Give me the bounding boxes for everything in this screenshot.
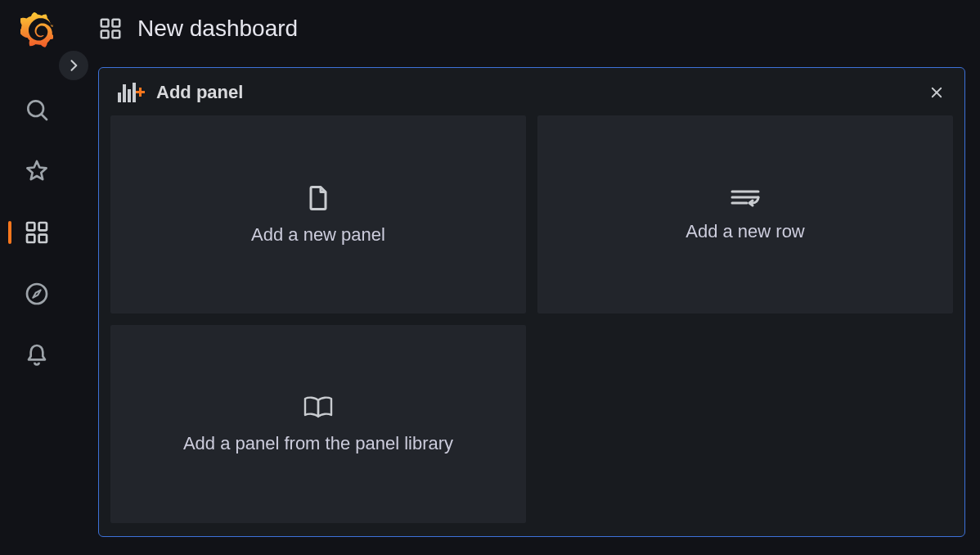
add-new-row-button[interactable]: Add a new row (537, 115, 953, 314)
close-icon (929, 85, 944, 100)
svg-rect-2 (27, 223, 34, 230)
svg-rect-14 (133, 83, 136, 102)
sidebar (0, 0, 74, 555)
file-icon (303, 183, 333, 213)
add-new-panel-label: Add a new panel (251, 224, 385, 246)
sidebar-item-explore[interactable] (0, 263, 74, 324)
close-button[interactable] (927, 83, 946, 102)
sidebar-item-starred[interactable] (0, 140, 74, 201)
wrap-rows-icon (729, 187, 762, 210)
svg-rect-10 (113, 31, 120, 38)
add-new-row-label: Add a new row (686, 221, 805, 242)
sidebar-item-alerts[interactable] (0, 324, 74, 386)
svg-rect-12 (123, 84, 126, 102)
svg-rect-9 (101, 31, 109, 38)
svg-rect-16 (136, 91, 145, 93)
svg-rect-5 (39, 234, 47, 241)
svg-rect-11 (118, 92, 121, 102)
empty-slot (537, 325, 953, 523)
dashboard-icon (98, 16, 123, 41)
grafana-logo[interactable] (18, 11, 56, 49)
search-icon (24, 97, 50, 123)
svg-rect-4 (27, 234, 34, 241)
sidebar-item-search[interactable] (0, 79, 74, 140)
svg-line-1 (42, 115, 47, 120)
svg-rect-8 (113, 20, 120, 27)
svg-point-6 (27, 284, 47, 304)
add-panel-icon (117, 81, 146, 104)
bell-icon (24, 342, 50, 368)
topbar: New dashboard (74, 0, 980, 57)
svg-rect-7 (101, 20, 109, 27)
book-icon (302, 394, 335, 422)
sidebar-item-dashboards[interactable] (0, 201, 74, 263)
panel-title: Add panel (156, 82, 243, 103)
dashboard-icon (24, 219, 50, 246)
panel-options-grid: Add a new panel Add a new row (99, 115, 964, 536)
add-panel-container: Add panel Add a new panel (98, 67, 965, 537)
star-icon (24, 158, 50, 184)
add-new-panel-button[interactable]: Add a new panel (110, 115, 526, 314)
svg-rect-3 (39, 223, 47, 230)
compass-icon (24, 281, 50, 307)
chevron-right-icon (65, 57, 82, 74)
add-panel-from-library-label: Add a panel from the panel library (183, 433, 453, 454)
panel-header: Add panel (99, 68, 964, 115)
page-title: New dashboard (137, 16, 298, 42)
main: New dashboard Add panel (74, 0, 980, 555)
expand-sidebar-button[interactable] (59, 51, 88, 80)
add-panel-from-library-button[interactable]: Add a panel from the panel library (110, 325, 526, 523)
content: Add panel Add a new panel (74, 57, 980, 555)
svg-rect-13 (128, 89, 131, 102)
